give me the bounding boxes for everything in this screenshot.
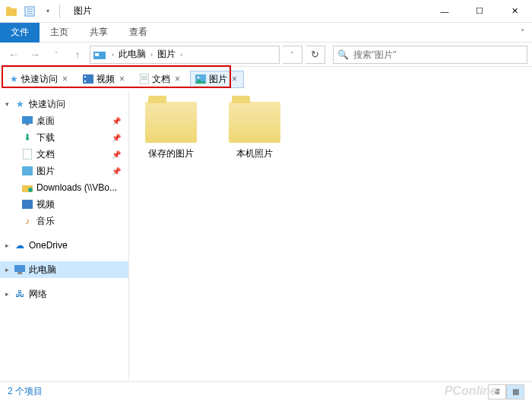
maximize-button[interactable]: ☐	[462, 0, 497, 23]
title-bar: ▾ 图片 — ☐ ✕	[0, 0, 532, 23]
svg-rect-1	[6, 7, 11, 10]
file-tab-label: 文档	[152, 73, 170, 86]
ribbon-file-tab[interactable]: 文件	[0, 23, 40, 43]
caret-icon[interactable]: ▸	[3, 290, 11, 298]
ribbon-tab-home[interactable]: 主页	[40, 23, 79, 43]
details-view-button[interactable]: ≣	[488, 384, 506, 399]
address-box[interactable]: › 此电脑 › 图片 ›	[90, 46, 280, 64]
chevron-right-icon[interactable]: ›	[109, 51, 117, 58]
tree-label: 此电脑	[29, 264, 56, 276]
tree-network[interactable]: ▸ 🖧 网络	[0, 286, 128, 302]
file-tab-pictures[interactable]: 图片 ×	[190, 71, 244, 88]
search-input[interactable]	[352, 49, 527, 60]
tree-label: 网络	[29, 288, 47, 301]
tree-downloads[interactable]: ⬇ 下载 📌	[0, 129, 128, 146]
tree-videos[interactable]: 视频	[0, 196, 128, 213]
refresh-button[interactable]: ↻	[306, 46, 325, 64]
file-tab-videos[interactable]: 视频 ×	[78, 71, 131, 88]
up-button[interactable]: ↑	[68, 46, 87, 64]
ribbon-expand-icon[interactable]: ˅	[513, 28, 532, 36]
file-tab-documents[interactable]: 文档 ×	[135, 71, 187, 88]
tree-label: 音乐	[36, 215, 55, 228]
svg-rect-8	[83, 74, 93, 84]
video-icon	[83, 74, 93, 84]
chevron-right-icon[interactable]: ›	[147, 51, 156, 58]
picture-icon	[21, 165, 33, 177]
tree-label: 视频	[36, 198, 55, 211]
caret-icon[interactable]: ▸	[3, 242, 11, 249]
tree-pictures[interactable]: 图片 📌	[0, 163, 128, 179]
svg-rect-10	[84, 81, 86, 82]
quick-access-toolbar: ▾	[0, 3, 65, 20]
tab-close-icon[interactable]: ×	[230, 74, 239, 84]
svg-rect-17	[26, 124, 29, 125]
svg-point-21	[28, 188, 33, 192]
tree-label: Downloads (\\VBo...	[36, 182, 117, 193]
location-icon	[92, 47, 107, 62]
caret-down-icon[interactable]: ▾	[3, 100, 11, 108]
minimize-button[interactable]: —	[427, 0, 462, 23]
qat-dropdown-icon[interactable]: ▾	[40, 3, 56, 20]
doc-icon	[140, 74, 149, 84]
tab-close-icon[interactable]: ×	[173, 74, 182, 84]
body: ▾ ★ 快速访问 桌面 📌 ⬇ 下载 📌 文档 📌 图片 📌 Downloads…	[0, 91, 532, 380]
ribbon-tab-share[interactable]: 共享	[79, 23, 119, 43]
tree-music[interactable]: ♪ 音乐	[0, 213, 128, 229]
pc-icon	[14, 264, 26, 276]
breadcrumb-segment[interactable]: 此电脑	[117, 48, 147, 61]
status-bar: 2 个项目 ≣ ▦	[0, 381, 532, 401]
icons-view-button[interactable]: ▦	[506, 384, 524, 399]
window-title: 图片	[74, 5, 92, 17]
svg-rect-18	[23, 149, 32, 159]
desktop-icon	[21, 115, 33, 127]
svg-rect-22	[22, 200, 33, 209]
file-tab-quickaccess[interactable]: ★ 快速访问 ×	[5, 71, 74, 88]
file-tab-label: 视频	[97, 73, 115, 86]
chevron-right-icon[interactable]: ›	[177, 51, 185, 58]
search-box[interactable]: 🔍	[333, 46, 527, 64]
breadcrumb-segment[interactable]: 图片	[156, 48, 177, 61]
folder-item[interactable]: 本机照片	[220, 102, 289, 160]
folder-icon	[229, 102, 280, 143]
tree-desktop[interactable]: 桌面 📌	[0, 112, 128, 129]
pin-icon: 📌	[112, 134, 121, 142]
forward-button[interactable]: →	[26, 46, 44, 64]
folder-name: 保存的图片	[137, 147, 205, 160]
file-tab-label: 图片	[209, 73, 227, 86]
tree-this-pc[interactable]: ▸ 此电脑	[0, 261, 128, 278]
history-dropdown[interactable]: ˅	[47, 46, 65, 64]
back-button[interactable]: ←	[5, 46, 23, 64]
tab-close-icon[interactable]: ×	[61, 74, 69, 84]
netfolder-icon	[21, 182, 33, 194]
music-icon: ♪	[21, 215, 33, 227]
svg-rect-19	[22, 166, 33, 175]
svg-rect-9	[84, 76, 86, 77]
caret-icon[interactable]: ▸	[3, 266, 11, 273]
content-pane[interactable]: 保存的图片 本机照片	[129, 91, 532, 380]
folder-item[interactable]: 保存的图片	[137, 102, 205, 160]
window-controls: — ☐ ✕	[427, 0, 532, 23]
tree-documents[interactable]: 文档 📌	[0, 146, 128, 163]
properties-icon[interactable]	[21, 3, 38, 20]
file-tabs-strip: ★ 快速访问 × 视频 × 文档 × 图片 ×	[0, 67, 532, 91]
pin-icon: 📌	[112, 167, 121, 175]
close-button[interactable]: ✕	[497, 0, 532, 23]
tab-close-icon[interactable]: ×	[118, 74, 126, 84]
folder-icon	[3, 3, 20, 20]
tree-network-downloads[interactable]: Downloads (\\VBo...	[0, 179, 128, 196]
picture-icon	[195, 74, 206, 84]
svg-rect-23	[14, 265, 25, 272]
address-dropdown[interactable]: ˅	[283, 46, 302, 64]
svg-rect-7	[95, 53, 99, 56]
star-icon: ★	[14, 98, 26, 110]
svg-point-15	[198, 77, 200, 79]
ribbon-tab-view[interactable]: 查看	[119, 23, 158, 43]
tree-label: 快速访问	[29, 98, 65, 111]
folder-icon	[145, 102, 197, 143]
tree-quick-access[interactable]: ▾ ★ 快速访问	[0, 96, 128, 112]
tree-onedrive[interactable]: ▸ ☁ OneDrive	[0, 237, 128, 254]
navigation-pane: ▾ ★ 快速访问 桌面 📌 ⬇ 下载 📌 文档 📌 图片 📌 Downloads…	[0, 91, 129, 380]
download-icon: ⬇	[21, 131, 33, 144]
pin-icon: 📌	[112, 117, 121, 125]
tree-label: 桌面	[36, 115, 55, 128]
